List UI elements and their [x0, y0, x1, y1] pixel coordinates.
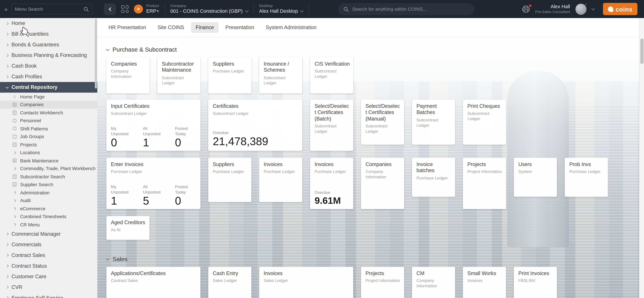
- sidebar-item-cash-book[interactable]: Cash Book: [0, 61, 97, 71]
- tile-prob-invs[interactable]: Prob InvsPurchase Ledger: [565, 158, 608, 197]
- tile-insurance-schemes[interactable]: Insurance / SchemesSubcontract Ledger: [259, 57, 302, 93]
- sidebar-subitem-shift-patterns[interactable]: Shift Patterns: [0, 125, 97, 133]
- sidebar-item-employee-self-service[interactable]: Employee Self Service: [0, 293, 97, 298]
- chevron-down-icon: [245, 9, 248, 12]
- tile-certificates[interactable]: Certificates Subcontract Ledger Overdue2…: [208, 100, 302, 151]
- tile-input-certificates[interactable]: Input Certificates Subcontract Ledger My…: [106, 100, 200, 151]
- sidebar-item-commercials[interactable]: Commercials: [0, 239, 97, 250]
- scrollbar-thumb[interactable]: [640, 38, 644, 64]
- sidebar-item-bonds-guarantees[interactable]: Bonds & Guarantees: [0, 39, 97, 50]
- tile-companies-2[interactable]: CompaniesCompany Information: [361, 158, 404, 209]
- tile-suppliers-pl[interactable]: SuppliersPurchase Ledger: [208, 158, 251, 202]
- tab-finance[interactable]: Finance: [191, 22, 218, 33]
- sidebar-subitem-supplier-search[interactable]: Supplier Search: [0, 181, 97, 189]
- tile-cis-verification[interactable]: CIS VerificationSubcontract Ledger: [310, 57, 353, 93]
- contacts-icon: [12, 111, 17, 115]
- product-switcher[interactable]: + Product ERP+: [134, 4, 159, 14]
- sidebar-subitem-commodity-trade-plant[interactable]: Commodity, Trade, Plant Workbench: [0, 164, 97, 173]
- user-menu[interactable]: Alex Hall Pre-Sales Consultant: [535, 4, 570, 14]
- sidebar-subitem-ecommerce[interactable]: eCommerce: [0, 205, 97, 213]
- chevron-right-icon: [6, 286, 8, 289]
- scrollbar-thumb[interactable]: [95, 19, 97, 89]
- sidebar-item-home[interactable]: Home: [0, 18, 97, 29]
- sidebar-subitem-locations[interactable]: Locations: [0, 149, 97, 157]
- tile-select-deselect-manual[interactable]: Select/Deselect Certificates (Manual)Sub…: [361, 100, 404, 145]
- sidebar-subitem-audit[interactable]: Audit: [0, 197, 97, 205]
- tab-presentation[interactable]: Presentation: [221, 22, 259, 33]
- sidebar-item-business-planning[interactable]: Business Planning & Forecasting: [0, 50, 97, 61]
- sidebar-expand-icon[interactable]: [4, 6, 8, 12]
- tile-aged-creditors[interactable]: Aged CreditorsAs At: [106, 216, 150, 240]
- sidebar-subitem-personnel[interactable]: Personnel: [0, 117, 97, 125]
- sidebar-subitem-combined-timesheets[interactable]: Combined Timesheets: [0, 212, 97, 220]
- sidebar-subitem-label: Projects: [20, 142, 37, 147]
- sidebar-subitem-projects[interactable]: Projects: [0, 141, 97, 149]
- menu-search[interactable]: [11, 4, 92, 14]
- tile-users[interactable]: UsersSystem: [514, 158, 557, 197]
- tile-invoices-pl[interactable]: InvoicesPurchase Ledger: [259, 158, 302, 202]
- product-label: Product: [146, 4, 159, 8]
- tile-payment-batches[interactable]: Payment BatchesSubcontract Ledger: [412, 100, 455, 145]
- sidebar-subitem-bank-maintenance[interactable]: Bank Maintenance: [0, 156, 97, 164]
- sidebar-item-cvr[interactable]: CVR: [0, 282, 97, 293]
- global-search[interactable]: [338, 3, 474, 15]
- sidebar-subitem-cr-menu[interactable]: CR Menu: [0, 220, 97, 229]
- sidebar-item-cash-profiles[interactable]: Cash Profiles: [0, 71, 97, 82]
- sidebar-subitem-companies[interactable]: Companies: [0, 101, 97, 109]
- tile-invoices-overdue[interactable]: Invoices Purchase Ledger Overdue9.61M: [310, 158, 353, 209]
- topbar-main: + Product ERP+ Company 001 - COINS Const…: [97, 0, 644, 18]
- sidebar-item-contract-status[interactable]: Contract Status: [0, 261, 97, 271]
- chevron-down-icon: [6, 85, 8, 88]
- section-sales[interactable]: Sales: [106, 255, 639, 263]
- chevron-down-icon: [106, 257, 109, 260]
- tile-subcontractor-maintenance[interactable]: Subcontractor MaintenanceSubcontract Led…: [157, 57, 200, 93]
- menu-search-input[interactable]: [15, 6, 81, 11]
- printer-icon[interactable]: [522, 5, 530, 12]
- tab-site-coins[interactable]: Site COINS: [153, 22, 189, 33]
- sidebar-subitem-home-page[interactable]: Home Page: [0, 93, 97, 101]
- section-purchase-subcontract[interactable]: Purchase & Subcontract: [106, 46, 639, 53]
- tile-invoice-batches[interactable]: Invoice batchesPurchase Ledger: [412, 158, 455, 197]
- tile-enter-invoices[interactable]: Enter Invoices Purchase Ledger My Unpost…: [106, 158, 200, 209]
- tile-companies[interactable]: CompaniesCompany Information: [106, 57, 150, 93]
- sidebar-subitem-contacts-workbench[interactable]: Contacts Workbench: [0, 109, 97, 117]
- tab-hr-presentation[interactable]: HR Presentation: [104, 22, 150, 33]
- tile-cm[interactable]: CMCompany Information: [412, 267, 455, 298]
- sidebar-subitem-administration[interactable]: Administration: [0, 188, 97, 197]
- sidebar-item-label: Commercials: [12, 242, 42, 247]
- sidebar-item-customer-care[interactable]: Customer Care: [0, 271, 97, 282]
- tile-print-invoices[interactable]: Print InvoicesFBSLINV: [514, 267, 557, 298]
- chevron-down-icon: [300, 9, 304, 12]
- sidebar-scrollbar[interactable]: [95, 18, 97, 298]
- avatar[interactable]: [576, 3, 586, 14]
- tile-stats: My Unposted0 All Unposted1 Posted Today0: [111, 126, 198, 149]
- sidebar-item-central-repository[interactable]: Central Repository: [0, 82, 97, 93]
- tab-system-administration[interactable]: System Administration: [261, 22, 321, 33]
- tile-applications-certificates[interactable]: Applications/Certificates Contract Sales…: [106, 267, 200, 298]
- tile-projects-sales[interactable]: ProjectsProject Information: [361, 267, 404, 298]
- chevron-down-icon: [106, 47, 109, 51]
- tile-cash-entry[interactable]: Cash EntrySales Ledger: [208, 267, 251, 298]
- sidebar-item-commercial-manager[interactable]: Commercial Manager: [0, 229, 97, 239]
- main-scrollbar[interactable]: [639, 18, 644, 298]
- sidebar-item-bill-of-quantities[interactable]: Bill of Quantities: [0, 29, 97, 39]
- back-button[interactable]: [104, 3, 116, 15]
- tile-small-works[interactable]: Small WorksInvoices: [463, 267, 506, 298]
- sidebar-subitem-label: Contacts Workbench: [20, 110, 63, 115]
- tile-select-deselect-batch[interactable]: Select/Deselect Certificates (Batch)Subc…: [310, 100, 353, 151]
- chevron-down-icon[interactable]: [591, 7, 595, 10]
- sidebar-subitem-job-groups[interactable]: Job Groups: [0, 133, 97, 141]
- global-search-input[interactable]: [352, 6, 469, 11]
- tile-projects[interactable]: ProjectsProject Information: [463, 158, 506, 209]
- sidebar-item-contract-sales[interactable]: Contract Sales: [0, 250, 97, 261]
- tile-print-cheques[interactable]: Print ChequesSubcontract Ledger: [463, 100, 506, 145]
- desktop-selector[interactable]: Desktop Alex Hall Desktop: [259, 4, 303, 14]
- chevron-right-icon: [12, 200, 17, 202]
- tile-suppliers[interactable]: SuppliersPurchase Ledger: [208, 57, 251, 93]
- product-icon: +: [134, 4, 143, 13]
- apps-grid-icon[interactable]: [121, 5, 128, 13]
- tile-invoices-sales[interactable]: Invoices Sales Ledger Overdue: [259, 267, 353, 298]
- sidebar-subitem-subcontractor-search[interactable]: Subcontractor Search: [0, 173, 97, 181]
- chevron-right-icon: [6, 275, 8, 278]
- company-selector[interactable]: Company 001 - COINS Construction (GBP): [170, 4, 248, 14]
